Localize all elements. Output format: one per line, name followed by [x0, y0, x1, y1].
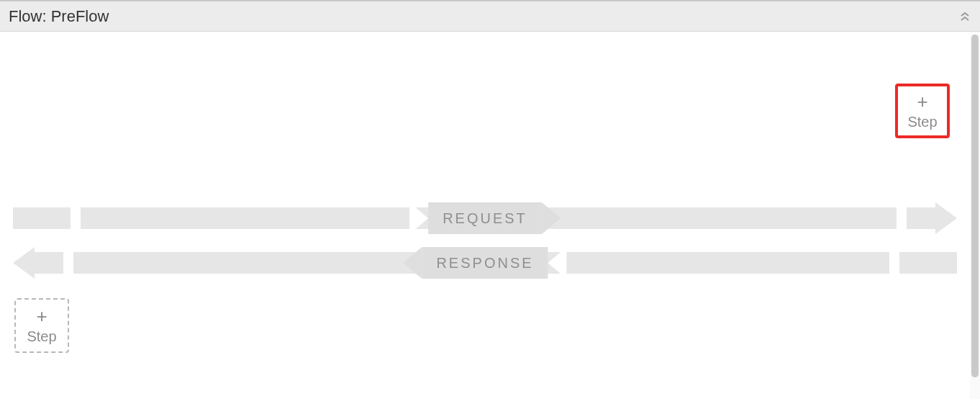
add-step-label: Step [907, 114, 937, 130]
scrollbar-thumb[interactable] [971, 35, 979, 377]
request-badge: REQUEST [409, 202, 561, 234]
arrow-right-icon [935, 202, 957, 234]
collapse-panel-button[interactable] [957, 9, 973, 24]
panel-body: + Step REQUEST [0, 32, 980, 399]
panel-title: Flow: PreFlow [9, 7, 109, 26]
chevron-up-double-icon [959, 11, 971, 22]
response-label: RESPONSE [422, 247, 548, 279]
request-lane: REQUEST [13, 207, 957, 229]
add-step-request-button[interactable]: + Step [895, 84, 950, 138]
flow-panel: Flow: PreFlow + Step [0, 0, 980, 399]
add-step-response-button[interactable]: + Step [14, 298, 69, 353]
arrow-left-icon [13, 247, 35, 279]
add-step-label: Step [27, 328, 56, 345]
plus-icon: + [917, 92, 927, 111]
flow-canvas: + Step REQUEST [0, 32, 970, 399]
response-lane: RESPONSE [13, 252, 957, 274]
request-label: REQUEST [428, 202, 542, 234]
plus-icon: + [36, 307, 47, 326]
panel-header: Flow: PreFlow [0, 1, 980, 32]
response-badge: RESPONSE [403, 247, 566, 279]
vertical-scrollbar[interactable] [970, 32, 980, 399]
